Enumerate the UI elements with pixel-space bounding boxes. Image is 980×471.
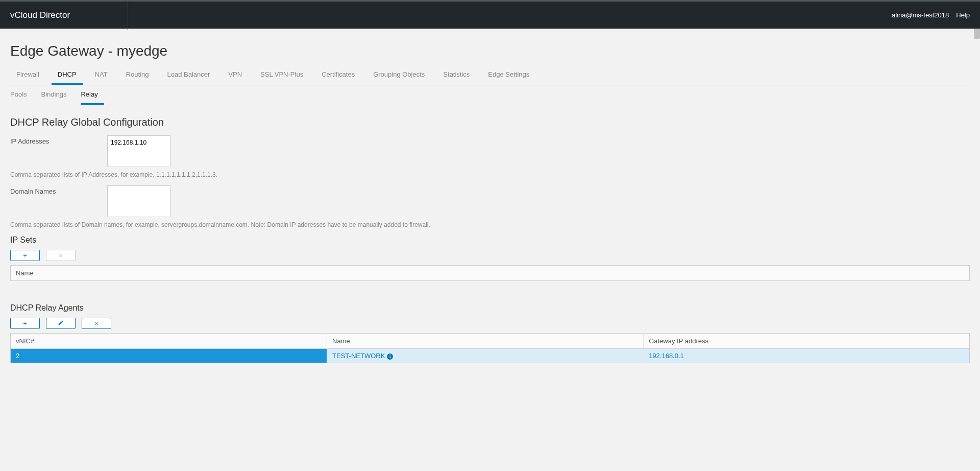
domain-names-hint: Comma separated lists of Domain names, f…: [10, 221, 970, 228]
ipsets-col-name[interactable]: Name: [11, 266, 970, 281]
ipsets-add-button[interactable]: +: [10, 250, 40, 261]
tab-routing[interactable]: Routing: [120, 66, 155, 85]
plus-icon: +: [23, 320, 27, 327]
ipsets-title: IP Sets: [10, 236, 970, 245]
secondary-tabs: PoolsBindingsRelay: [10, 85, 970, 105]
primary-tabs: FirewallDHCPNATRoutingLoad BalancerVPNSS…: [10, 66, 970, 85]
agents-col-name[interactable]: Name: [327, 334, 644, 349]
domain-names-input[interactable]: [107, 185, 170, 217]
ip-addresses-label: IP Addresses: [10, 135, 107, 145]
subtab-bindings[interactable]: Bindings: [41, 85, 73, 105]
help-link[interactable]: Help: [956, 11, 970, 19]
subtab-pools[interactable]: Pools: [10, 85, 33, 105]
tab-grouping-objects[interactable]: Grouping Objects: [367, 66, 431, 85]
user-menu[interactable]: alina@ms-test2018: [892, 11, 949, 19]
tab-nat[interactable]: NAT: [89, 66, 114, 85]
main-content: Edge Gateway - myedge FirewallDHCPNATRou…: [0, 29, 980, 373]
close-icon: ×: [94, 320, 99, 327]
agents-cell-name: TEST-NETWORKi: [327, 349, 644, 363]
edit-icon: [58, 320, 64, 327]
agents-col-vnic[interactable]: vNIC#: [11, 334, 327, 349]
tab-load-balancer[interactable]: Load Balancer: [161, 66, 216, 85]
agents-cell-gateway: 192.168.0.1: [644, 349, 970, 363]
close-icon: ×: [59, 252, 63, 260]
brand-title: vCloud Director: [10, 10, 70, 20]
ip-addresses-hint: Comma separated lists of IP Addresses, f…: [10, 171, 970, 178]
agents-add-button[interactable]: +: [10, 318, 40, 329]
ipsets-delete-button[interactable]: ×: [46, 250, 76, 261]
table-row[interactable]: 2TEST-NETWORKi192.168.0.1: [11, 349, 970, 363]
info-icon[interactable]: i: [387, 354, 393, 360]
ipsets-table: Name: [10, 265, 970, 281]
top-header: vCloud Director alina@ms-test2018 Help: [0, 0, 980, 29]
domain-names-label: Domain Names: [10, 185, 107, 195]
tab-firewall[interactable]: Firewall: [10, 66, 45, 85]
agents-delete-button[interactable]: ×: [82, 318, 111, 329]
relay-section-title: DHCP Relay Global Configuration: [10, 116, 970, 128]
tab-certificates[interactable]: Certificates: [315, 66, 361, 85]
agents-col-gateway[interactable]: Gateway IP address: [644, 334, 970, 349]
tab-vpn[interactable]: VPN: [222, 66, 248, 85]
tab-ssl-vpn-plus[interactable]: SSL VPN-Plus: [254, 66, 309, 85]
plus-icon: +: [23, 252, 27, 260]
ip-addresses-input[interactable]: [107, 135, 170, 167]
agents-title: DHCP Relay Agents: [10, 303, 970, 313]
tab-dhcp[interactable]: DHCP: [52, 66, 83, 85]
page-title: Edge Gateway - myedge: [10, 43, 970, 59]
agents-table: vNIC# Name Gateway IP address 2TEST-NETW…: [10, 333, 970, 363]
agents-edit-button[interactable]: [46, 318, 76, 329]
subtab-relay[interactable]: Relay: [81, 85, 104, 105]
tab-edge-settings[interactable]: Edge Settings: [482, 66, 535, 85]
agents-cell-vnic: 2: [11, 349, 327, 363]
header-divider: [128, 2, 128, 30]
tab-statistics[interactable]: Statistics: [437, 66, 476, 85]
